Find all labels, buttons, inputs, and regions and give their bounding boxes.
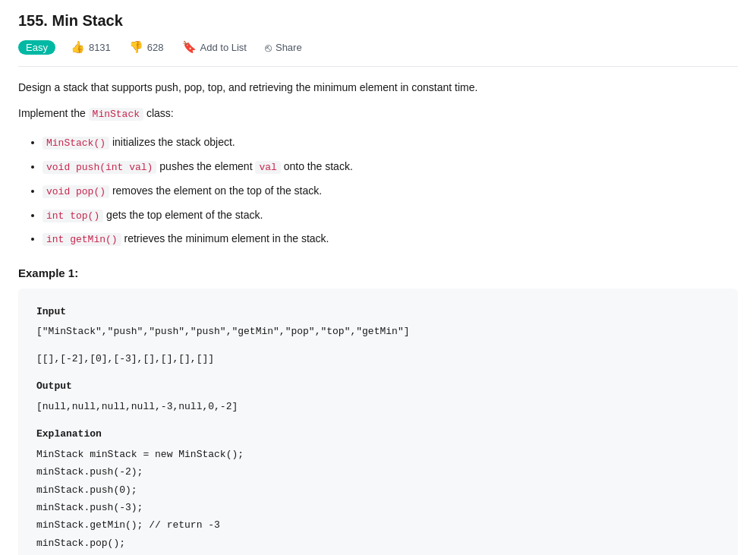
- method-desc-2c: onto the stack.: [284, 160, 353, 172]
- output-value: [null,null,null,null,-3,null,0,-2]: [36, 399, 720, 415]
- list-icon: 🔖: [182, 40, 197, 54]
- implement-pre: Implement the: [18, 107, 86, 119]
- method-desc-3: removes the element on the top of the st…: [112, 184, 322, 197]
- method-desc-5: retrieves the minimum element in the sta…: [124, 232, 329, 244]
- explanation-content: MinStack minStack = new MinStack(); minS…: [36, 446, 720, 555]
- downvote-button[interactable]: 👎 628: [126, 39, 167, 55]
- implement-post: class:: [146, 107, 174, 119]
- method-code-2b: val: [255, 161, 280, 174]
- page-container: 155. Min Stack Easy 👍 8131 👎 628 🔖 Add t…: [0, 0, 756, 555]
- add-to-list-label: Add to List: [200, 42, 247, 53]
- upvote-icon: 👍: [71, 40, 85, 54]
- method-desc-2a: pushes the element: [159, 160, 255, 172]
- share-button[interactable]: ⎋ Share: [262, 39, 305, 55]
- minstack-class-ref: MinStack: [89, 108, 143, 121]
- difficulty-badge: Easy: [18, 40, 55, 55]
- method-code-2: void push(int val): [43, 161, 156, 174]
- add-to-list-button[interactable]: 🔖 Add to List: [179, 39, 250, 55]
- method-code-1: MinStack(): [43, 137, 109, 150]
- method-code-3: void pop(): [43, 185, 109, 198]
- example-section: Example 1: Input ["MinStack","push","pus…: [18, 266, 738, 555]
- upvote-button[interactable]: 👍 8131: [68, 39, 114, 55]
- explanation-label: Explanation: [36, 426, 720, 443]
- share-label: Share: [276, 42, 302, 53]
- output-label: Output: [36, 378, 720, 395]
- list-item: void push(int val) pushes the element va…: [43, 158, 738, 176]
- example-title: Example 1:: [18, 266, 738, 279]
- list-item: void pop() removes the element on the to…: [43, 182, 738, 200]
- input-line1: ["MinStack","push","push","push","getMin…: [36, 323, 720, 340]
- problem-title: 155. Min Stack: [18, 12, 738, 30]
- list-item: MinStack() initializes the stack object.: [43, 134, 738, 152]
- list-item: int top() gets the top element of the st…: [43, 207, 738, 225]
- example-box: Input ["MinStack","push","push","push","…: [18, 289, 738, 555]
- upvote-count: 8131: [89, 42, 111, 53]
- downvote-icon: 👎: [129, 40, 143, 54]
- method-desc-1: initializes the stack object.: [112, 136, 235, 148]
- method-list: MinStack() initializes the stack object.…: [43, 134, 738, 248]
- method-code-5: int getMin(): [43, 233, 121, 246]
- meta-row: Easy 👍 8131 👎 628 🔖 Add to List ⎋ Share: [18, 39, 738, 67]
- method-code-4: int top(): [43, 210, 103, 222]
- share-icon: ⎋: [265, 41, 272, 54]
- implement-line: Implement the MinStack class:: [18, 105, 738, 123]
- downvote-count: 628: [147, 42, 164, 53]
- input-label: Input: [36, 304, 720, 320]
- method-desc-4: gets the top element of the stack.: [106, 209, 263, 221]
- description-intro: Design a stack that supports push, pop, …: [18, 79, 738, 96]
- list-item: int getMin() retrieves the minimum eleme…: [43, 230, 738, 248]
- input-line2: [[],[-2],[0],[-3],[],[],[],[]]: [36, 351, 720, 367]
